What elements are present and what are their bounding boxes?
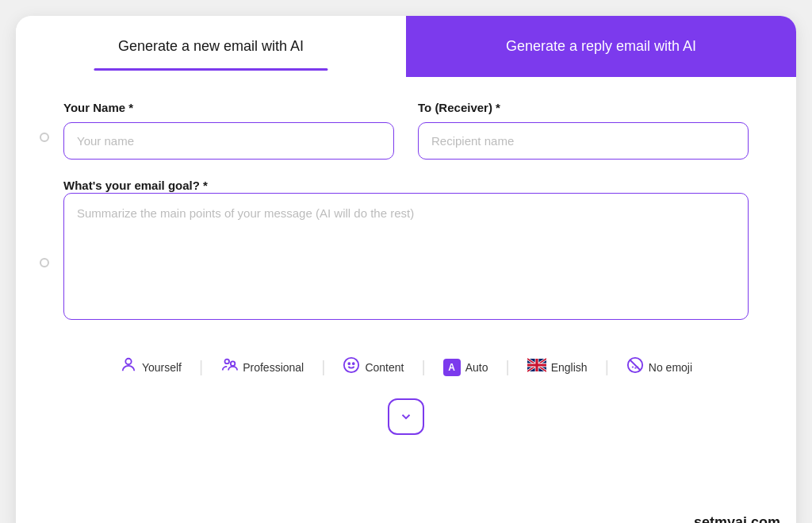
name-recipient-row: Your Name * To (Receiver) * [63,101,749,160]
divider-3: | [421,358,425,376]
your-name-input[interactable] [63,122,394,160]
uk-flag-icon [527,358,546,376]
watermark: setmyai.com [694,514,780,523]
svg-point-5 [353,363,354,364]
goal-section: What's your email goal? * [63,179,749,323]
option-english[interactable]: English [516,352,599,383]
divider-5: | [605,358,609,376]
main-container: Generate a new email with AI Generate a … [16,16,796,523]
smile-icon [343,356,360,378]
professional-label: Professional [243,361,304,374]
divider-2: | [321,358,325,376]
tab-reply-email[interactable]: Generate a reply email with AI [406,16,796,77]
yourself-label: Yourself [142,361,182,374]
person-icon [120,356,137,378]
content-label: Content [365,361,404,374]
auto-label: Auto [465,361,488,374]
professional-icon [220,356,238,378]
your-name-label: Your Name * [63,101,394,114]
recipient-group: To (Receiver) * [418,101,749,160]
expand-button[interactable] [388,398,424,435]
form-area: Your Name * To (Receiver) * What's your … [16,77,796,457]
timeline-dot-2 [40,258,49,267]
svg-point-1 [225,360,230,364]
divider-4: | [506,358,510,376]
option-yourself[interactable]: Yourself [109,350,193,384]
goal-textarea[interactable] [63,193,749,320]
option-auto[interactable]: A Auto [432,352,500,383]
english-label: English [551,361,588,374]
your-name-group: Your Name * [63,101,394,160]
recipient-label: To (Receiver) * [418,101,749,114]
no-emoji-icon [626,356,644,378]
svg-point-0 [125,359,131,364]
svg-point-2 [231,361,236,366]
recipient-input[interactable] [418,122,749,160]
option-content[interactable]: Content [331,350,415,384]
chevron-down-icon [399,410,413,424]
option-no-emoji[interactable]: No emoji [615,350,703,384]
timeline-dot-1 [40,133,49,142]
option-professional[interactable]: Professional [209,350,315,384]
svg-point-3 [344,358,358,372]
divider-1: | [199,358,203,376]
options-bar: Yourself | Professional | [63,339,749,395]
tabs-bar: Generate a new email with AI Generate a … [16,16,796,77]
tab-new-email[interactable]: Generate a new email with AI [16,16,406,77]
no-emoji-label: No emoji [649,361,692,374]
auto-icon: A [443,359,461,376]
goal-label: What's your email goal? * [63,179,208,192]
svg-point-4 [349,363,350,364]
